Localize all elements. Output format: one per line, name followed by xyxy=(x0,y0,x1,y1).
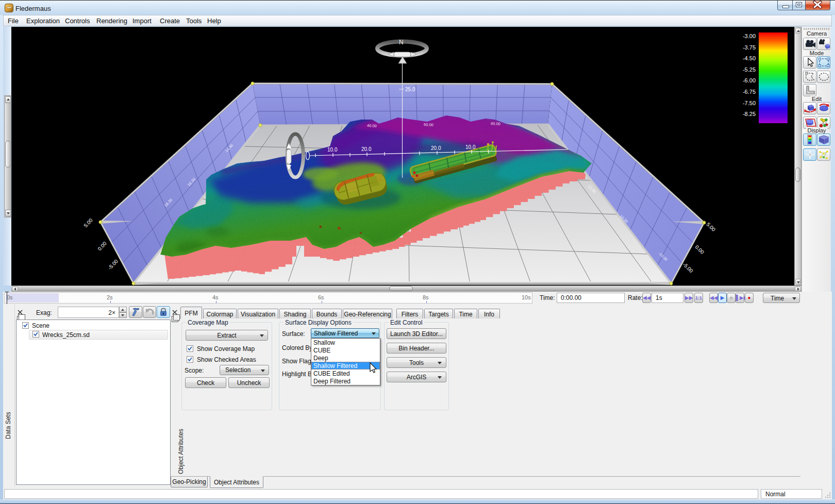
svg-text:-5.00: -5.00 xyxy=(107,258,119,271)
svg-text:-3.75: -3.75 xyxy=(743,44,756,51)
svg-text:N: N xyxy=(399,39,404,46)
svg-text:60.00: 60.00 xyxy=(424,122,433,127)
svg-text:0.00: 0.00 xyxy=(96,240,108,251)
svg-text:5.00: 5.00 xyxy=(82,217,94,228)
svg-text:-4.50: -4.50 xyxy=(743,55,756,61)
svg-text:-5.00: -5.00 xyxy=(682,262,694,274)
svg-text:25.0: 25.0 xyxy=(405,87,415,92)
svg-text:40.00: 40.00 xyxy=(367,123,377,128)
svg-text:-8.25: -8.25 xyxy=(743,111,756,117)
svg-text:0.00: 0.00 xyxy=(694,244,706,256)
svg-text:80.00: 80.00 xyxy=(491,121,500,126)
svg-text:5.00: 5.00 xyxy=(706,222,717,233)
svg-text:-5.25: -5.25 xyxy=(743,66,756,73)
svg-text:-6.00: -6.00 xyxy=(743,77,756,83)
svg-text:10.0: 10.0 xyxy=(327,147,338,153)
svg-text:20.0: 20.0 xyxy=(361,146,372,152)
svg-text:10.0: 10.0 xyxy=(465,144,476,150)
svg-text:-6.75: -6.75 xyxy=(743,89,756,95)
svg-text:20.0: 20.0 xyxy=(431,145,441,151)
svg-text:-3.00: -3.00 xyxy=(743,33,756,39)
svg-text:-7.50: -7.50 xyxy=(743,100,756,106)
